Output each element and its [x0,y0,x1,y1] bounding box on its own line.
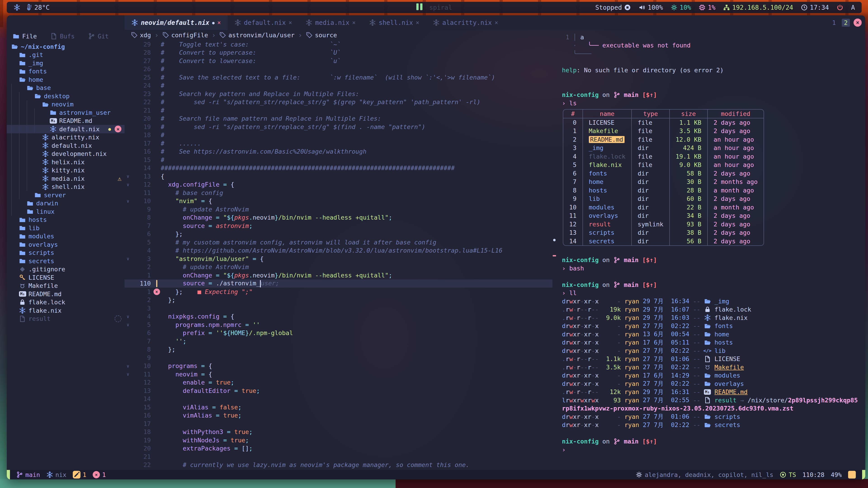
editor-line[interactable]: ∨12 xdg.configFile = { [125,181,553,189]
tree-item-lib[interactable]: lib [7,224,125,232]
tree-item-base[interactable]: base [7,84,125,92]
editor-line[interactable]: 19# sed -ri "s/pattern_str/replace_str/g… [125,123,553,131]
editor-line[interactable]: 18 withPython3 = true; [125,428,553,436]
editor-line[interactable]: 16 vimAlias = true; [125,412,553,420]
editor-line[interactable]: 1× }; ■ Expecting ";" [125,288,553,296]
tab-close-button[interactable]: × [352,19,356,26]
tab-close-button[interactable]: × [288,19,292,26]
editor-line[interactable]: 22 # currently we use lazy.nvim as neovi… [125,461,553,469]
tree-item-modules[interactable]: modules [7,232,125,240]
tree-item-desktop[interactable]: desktop [7,92,125,100]
tree-item-media.nix[interactable]: media.nix⚠ [7,174,125,183]
breadcrumb-item[interactable]: configFile [162,32,208,39]
tree-item-alacritty.nix[interactable]: alacritty.nix [7,133,125,142]
tree-item-shell.nix[interactable]: shell.nix [7,183,125,191]
fold-chevron-icon[interactable]: ∨ [125,173,131,179]
editor-line[interactable]: 27# Convert to lowercase: `u` [125,57,553,65]
breadcrumb-item[interactable]: xdg [131,32,151,39]
editor-line[interactable]: 16# See https://astronvim.com/Basic%20Us… [125,148,553,156]
tree-item-flake.nix[interactable]: flake.nix [7,306,125,315]
tree-item-README.md[interactable]: M↓README.md [7,117,125,125]
editor-line[interactable]: 15# [125,156,553,164]
fold-chevron-icon[interactable]: ∨ [125,256,131,261]
editor-line[interactable]: 19 withNodeJs = true; [125,436,553,445]
editor-line[interactable]: ∨3 "astronvim/lua/user" = { [125,255,553,263]
editor-line[interactable]: 14######################################… [125,164,553,172]
editor-line[interactable]: ∨11 neovim = { [125,370,553,379]
stop-circle-icon[interactable] [624,4,631,11]
editor-line[interactable]: 1 onChange = "${pkgs.neovim}/bin/nvim --… [125,271,553,280]
fold-chevron-icon[interactable]: ∨ [125,314,131,319]
editor-line[interactable]: 11 # base config [125,189,553,197]
editor-line[interactable]: 20# Search file name pattern and Replace… [125,115,553,123]
tree-item-flake.lock[interactable]: flake.lock [7,298,125,306]
editor-line[interactable]: ∨13{ [125,172,553,181]
editor-line[interactable]: 21# [125,106,553,115]
tree-item-README.md[interactable]: M↓README.md [7,290,125,298]
editor-line[interactable]: 4 # https://github.com/AstroNvim/AstroNv… [125,247,553,255]
editor-line[interactable]: 25# Save the selected text to a file: `:… [125,73,553,82]
tree-item-fonts[interactable]: fonts [7,67,125,76]
editor-line[interactable]: 12 enable = true; [125,379,553,387]
tab-close-button[interactable]: × [495,19,498,26]
breadcrumb-item[interactable]: astronvim/lua/user [219,32,294,39]
editor-line[interactable]: 24# [125,82,553,90]
tree-item-LICENSE[interactable]: LICENSE [7,273,125,282]
editor-line[interactable]: ∨5 programs.npm.npmrc = '' [125,321,553,329]
editor-line[interactable]: 2 }; [125,296,553,304]
editor-line[interactable]: 8 onChange = "${pkgs.neovim}/bin/nvim --… [125,214,553,222]
tabpage-2[interactable]: 2 [842,19,850,27]
editor-line[interactable]: 110 source = ./astronvim_user; [125,280,553,288]
power-icon[interactable] [837,4,843,11]
editor-line[interactable]: ∨4 nixpkgs.config = { [125,313,553,321]
tree-item-home[interactable]: home [7,75,125,84]
tree-item-.git[interactable]: .git [7,51,125,59]
window-close-button[interactable]: × [854,19,862,27]
editor-line[interactable]: 13 defaultEditor = true; [125,387,553,395]
tab-shell.nix[interactable]: shell.nix× [362,15,426,30]
tree-item-_img[interactable]: _img [7,59,125,67]
network-icon[interactable] [723,4,730,11]
tree-item-default.nix[interactable]: default.nix●× [7,125,125,133]
tab-media.nix[interactable]: media.nix× [299,15,362,30]
editor-line[interactable]: ∨10 programs = { [125,362,553,370]
editor-line[interactable]: 29# Toggle text's case: `~` [125,40,553,48]
tree-item-overlays[interactable]: overlays [7,240,125,249]
breadcrumb-item[interactable]: source [306,32,337,39]
editor-line[interactable]: 7 source = astronvim; [125,222,553,230]
pane-divider[interactable] [553,30,556,470]
tree-item-kitty.nix[interactable]: kitty.nix [7,166,125,175]
tree-tab-bufs[interactable]: Bufs [51,33,74,40]
editor-line[interactable]: 17# ...... [125,139,553,148]
tree-item-result[interactable]: result [7,315,125,323]
tree-item-helix.nix[interactable]: helix.nix [7,158,125,166]
tree-item-linux[interactable]: linux [7,207,125,216]
tab-neovim/default.nix[interactable]: neovim/default.nix●× [125,15,228,30]
editor-line[interactable]: 5 # my cusotom astronvim config, astronv… [125,238,553,247]
error-badge[interactable]: × [93,471,100,478]
tree-item-neovim[interactable]: neovim [7,100,125,109]
editor-line[interactable]: 23# Search key pattern and Replace in Mu… [125,90,553,98]
fold-chevron-icon[interactable]: ∨ [125,322,131,327]
tree-item-hosts[interactable]: hosts [7,216,125,224]
tree-tab-file[interactable]: File [13,33,37,40]
tree-item-scripts[interactable]: scripts [7,249,125,257]
editor-line[interactable]: 2 # update AstroNvim [125,263,553,271]
tree-item-~/nix-config[interactable]: ~/nix-config [7,42,125,51]
tree-item-Makefile[interactable]: Makefile [7,282,125,290]
close-badge[interactable]: × [115,126,121,132]
tree-item-development.nix[interactable]: development.nix [7,150,125,158]
editor-line[interactable]: 21 [125,453,553,461]
editor-line[interactable]: 28# Convert to uppercase: `U` [125,48,553,57]
fold-chevron-icon[interactable]: ∨ [125,363,131,369]
volume-icon[interactable] [639,4,645,11]
tree-item-secrets[interactable]: secrets [7,257,125,265]
fold-chevron-icon[interactable]: ∨ [125,198,131,204]
editor-line[interactable]: 15 viAlias = false; [125,403,553,412]
editor-line[interactable]: 9 # update AstroNvim [125,205,553,214]
editor-line[interactable]: 6 prefix = ''${HOME}/.npm-global [125,329,553,337]
tab-alacritty.nix[interactable]: alacritty.nix× [426,15,505,30]
tree-item-.gitignore[interactable]: .gitignore [7,265,125,273]
tree-item-server[interactable]: server [7,191,125,199]
fold-chevron-icon[interactable]: ∨ [125,371,131,377]
